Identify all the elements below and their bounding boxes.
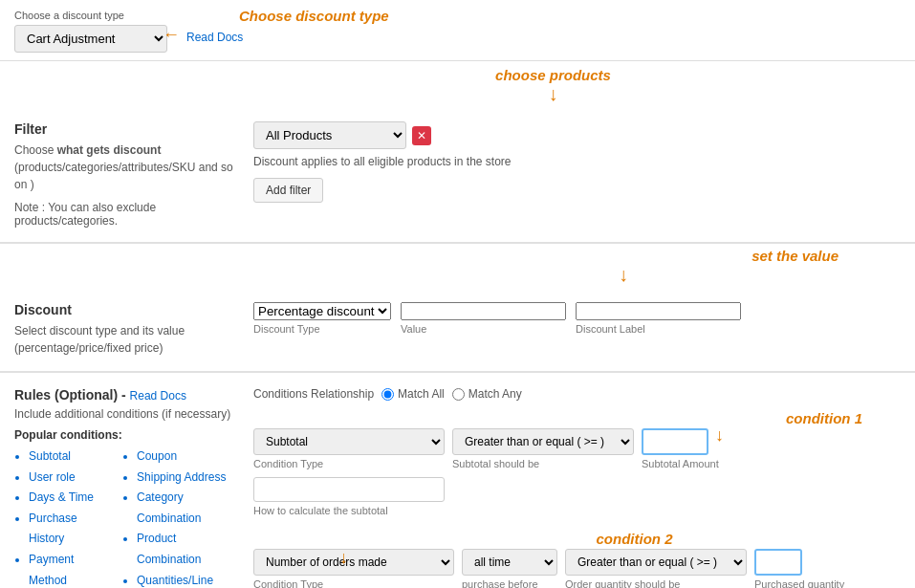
read-docs-link[interactable]: Read Docs (186, 31, 243, 44)
popular-purchase-history[interactable]: Purchase History (29, 509, 103, 550)
popular-category-combination[interactable]: Category Combination (137, 488, 234, 529)
add-filter-button[interactable]: Add filter (253, 178, 323, 203)
discount-desc: Select discount type and its value (perc… (14, 322, 234, 357)
condition2-qty-label: Purchased quantity (754, 578, 844, 588)
rules-section-right: Conditions Relationship Match All Match … (253, 387, 901, 588)
popular-payment-method[interactable]: Payment Method (29, 550, 103, 588)
match-any-radio[interactable] (452, 388, 465, 401)
rules-read-docs-link[interactable]: Read Docs (130, 389, 186, 403)
popular-list-right: Coupon Shipping Address Category Combina… (122, 446, 234, 588)
rules-section: Rules (Optional) - Read Docs Include add… (0, 373, 915, 588)
discount-title: Discount (14, 302, 234, 317)
discount-type-select2[interactable]: Percentage discount (253, 302, 391, 320)
condition1-operator-select[interactable]: Greater than or equal ( >= ) (452, 428, 634, 455)
filter-section-left: Filter Choose what gets discount (produc… (14, 121, 234, 228)
discount-value-input[interactable]: 15 (401, 302, 566, 320)
popular-product-combination[interactable]: Product Combination (137, 529, 234, 570)
condition1-calc-input[interactable]: Count all items in cart (253, 477, 445, 502)
popular-list-left: Subtotal User role Days & Time Purchase … (14, 446, 103, 588)
discount-section: Discount Select discount type and its va… (0, 288, 915, 373)
condition2-type-select[interactable]: Number of orders made (253, 549, 454, 576)
condition1-annotation: condition 1 (786, 410, 862, 426)
condition2-annotation: condition 2 (597, 531, 673, 547)
rules-section-left: Rules (Optional) - Read Docs Include add… (14, 387, 234, 588)
condition1-type-label: Condition Type (253, 458, 445, 469)
choose-discount-annotation: Choose discount type (239, 8, 389, 24)
condition2-time-label: purchase before (462, 578, 557, 588)
discount-label-input[interactable]: cart discount (576, 302, 741, 320)
discount-type-label: Discount Type (253, 323, 391, 335)
condition2-time-select[interactable]: all time (462, 549, 557, 576)
filter-desc: Choose what gets discount (products/cate… (14, 142, 234, 193)
popular-lists: Subtotal User role Days & Time Purchase … (14, 446, 234, 588)
condition2-type-label: Condition Type (253, 578, 454, 588)
filter-section-right: All Products ✕ Discount applies to all e… (253, 121, 901, 228)
discount-label-label: Discount Label (576, 323, 741, 335)
filter-title: Filter (14, 121, 234, 137)
condition1-calc-label: How to calculate the subtotal (253, 505, 445, 516)
condition2-operator-select[interactable]: Greater than or equal ( >= ) (565, 549, 747, 576)
condition1-row: Subtotal Condition Type Greater than or … (253, 428, 901, 516)
popular-subtotal[interactable]: Subtotal (29, 446, 103, 468)
popular-conditions-title: Popular conditions: (14, 428, 234, 442)
popular-shipping-address[interactable]: Shipping Address (137, 468, 234, 489)
choose-discount-type-label: Choose a discount type (14, 10, 167, 21)
popular-days-time[interactable]: Days & Time (29, 488, 103, 509)
choose-products-arrow: ↓ (549, 83, 558, 104)
condition2-row: Number of orders made Condition Type all… (253, 549, 901, 588)
popular-quantities-line-items[interactable]: Quantities/Line items (137, 571, 234, 588)
condition1-amount-input[interactable]: 500 (642, 428, 708, 455)
filter-note: Note : You can also exclude products/cat… (14, 201, 234, 228)
popular-coupon[interactable]: Coupon (137, 446, 234, 468)
condition1-operator-label: Subtotal should be (452, 458, 634, 469)
discount-section-left: Discount Select discount type and its va… (14, 302, 234, 357)
condition2-qty-input[interactable]: 4 (754, 549, 802, 576)
discount-section-right: Percentage discount Discount Type 15 Val… (253, 302, 901, 357)
discount-type-select[interactable]: Cart Adjustment (14, 25, 167, 53)
condition1-amount-label: Subtotal Amount (642, 458, 719, 469)
condition1-arrow: ↓ (715, 425, 724, 446)
filter-section: Filter Choose what gets discount (produc… (0, 107, 915, 244)
match-all-radio-label[interactable]: Match All (381, 387, 445, 401)
match-all-radio[interactable] (381, 388, 394, 401)
choose-products-annotation: choose products (495, 67, 611, 83)
set-value-annotation: set the value (752, 248, 839, 264)
choose-discount-arrow: ← (163, 25, 180, 45)
rules-title: Rules (Optional) - Read Docs (14, 387, 234, 403)
conditions-relationship: Conditions Relationship Match All Match … (253, 387, 901, 401)
popular-user-role[interactable]: User role (29, 468, 103, 489)
filter-remove-btn[interactable]: ✕ (412, 126, 431, 145)
match-any-radio-label[interactable]: Match Any (452, 387, 522, 401)
discount-value-label: Value (401, 323, 566, 335)
filter-description-text: Discount applies to all eligible product… (253, 155, 901, 168)
condition1-type-select[interactable]: Subtotal (253, 428, 445, 455)
conditions-relationship-label: Conditions Relationship (253, 387, 374, 401)
condition2-operator-label: Order quantity should be (565, 578, 747, 588)
condition2-arrow: ↓ (339, 548, 348, 568)
set-value-arrow: ↓ (619, 264, 628, 285)
rules-desc: Include additional conditions (if necess… (14, 407, 234, 421)
product-filter-select[interactable]: All Products (253, 121, 406, 149)
